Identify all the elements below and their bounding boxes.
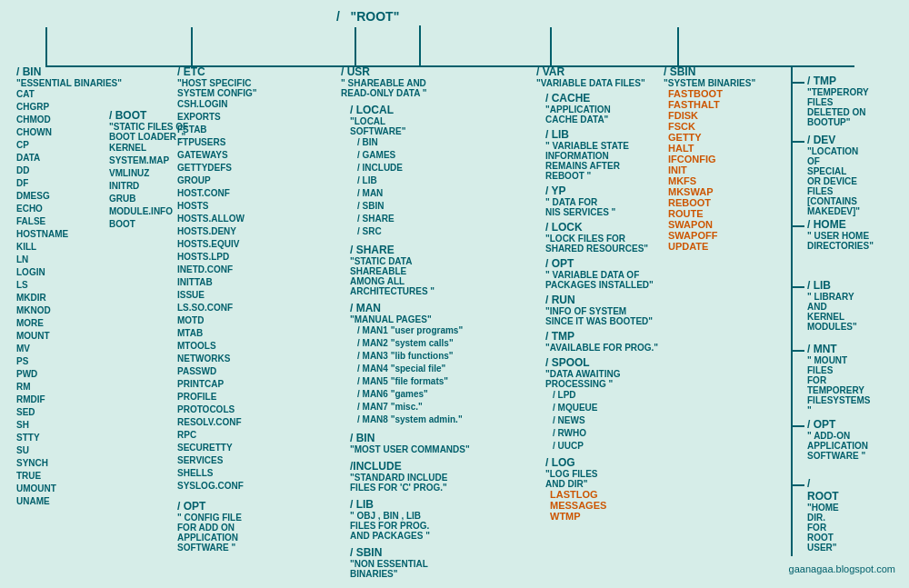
var-yp-name: / YP xyxy=(545,184,658,197)
usr-include-desc: "STANDARD INCLUDEFILES FOR 'C' PROG." xyxy=(350,473,470,493)
sbin-file-list: FASTBOOTFASTHALTFDISKFSCKGETTYHALTIFCONF… xyxy=(668,88,755,252)
usr-lib-desc: " OBJ , BIN , LIBFILES FOR PROG.AND PACK… xyxy=(350,511,470,541)
dev-dir-name: / DEV xyxy=(807,134,860,146)
opt-branch: / OPT " ADD-ON APPLICATIONSOFTWARE " xyxy=(791,418,868,461)
var-log-desc: "LOG FILESAND DIR" xyxy=(545,469,658,489)
home-dir-desc: " USER HOMEDIRECTORIES" xyxy=(807,231,874,251)
root-dir-name: / ROOT xyxy=(807,477,839,503)
usr-sbin-desc: "NON ESSENTIALBINARIES" xyxy=(350,559,470,579)
var-spool-desc: "DATA AWAITINGPROCESSING " xyxy=(545,369,658,389)
root-h-connector xyxy=(791,484,804,486)
etc-opt-name: / OPT xyxy=(177,500,257,513)
var-dir-desc: "VARIABLE DATA FILES" xyxy=(536,78,658,88)
lib-h-connector xyxy=(791,286,804,288)
root-node: / "ROOT" xyxy=(336,9,399,24)
usr-bin-name: / BIN xyxy=(350,432,470,444)
lib-dir-desc: " LIBRARY ANDKERNEL MODULES" xyxy=(807,292,857,332)
var-run-name: / RUN xyxy=(545,294,658,306)
mnt-branch: / MNT " MOUNT FILESFOR TEMPORERYFILESYST… xyxy=(791,343,870,415)
var-section: / VAR "VARIABLE DATA FILES" / CACHE "APP… xyxy=(536,27,658,522)
sbin-dir-desc: "SYSTEM BINARIES" xyxy=(664,78,755,88)
root-branch: / ROOT "HOME DIR. FORROOT USER" xyxy=(791,477,839,553)
etc-dir-desc: "HOST SPECIFICSYSTEM CONFIG" xyxy=(177,78,257,98)
usr-include-name: /INCLUDE xyxy=(350,460,470,473)
var-v-connector xyxy=(550,27,552,66)
sbin-v-connector xyxy=(677,27,679,66)
var-opt-name: / OPT xyxy=(545,257,658,270)
usr-dir-desc: " SHAREABLE ANDREAD-ONLY DATA " xyxy=(341,78,470,98)
usr-lib-name: / LIB xyxy=(350,498,470,511)
opt-dir-name: / OPT xyxy=(807,418,868,431)
var-lock-desc: "LOCK FILES FORSHARED RESOURCES" xyxy=(545,234,658,254)
var-lock-name: / LOCK xyxy=(545,221,658,234)
etc-section: / ETC "HOST SPECIFICSYSTEM CONFIG" CSH.L… xyxy=(177,27,257,553)
lib-dir-name: / LIB xyxy=(807,279,857,292)
home-h-connector xyxy=(791,225,804,227)
usr-share-desc: "STATIC DATASHAREABLEAMONG ALLARCHITECTU… xyxy=(350,256,470,296)
lib-branch: / LIB " LIBRARY ANDKERNEL MODULES" xyxy=(791,279,857,332)
var-cache-name: / CACHE xyxy=(545,92,658,105)
var-dir-name: / VAR xyxy=(536,65,658,78)
usr-local-subdirs: / BIN/ GAMES/ INCLUDE/ LIB/ MAN/ SBIN/ S… xyxy=(357,136,470,238)
usr-man-subdirs: / MAN1 "user programs"/ MAN2 "system cal… xyxy=(357,324,470,426)
usr-man-desc: "MANUAL PAGES" xyxy=(350,314,470,324)
tmp-dir-desc: "TEMPERORY FILESDELETED ON BOOTUP" xyxy=(807,87,869,127)
dev-dir-desc: "LOCATION OF SPECIALOR DEVICE FILES[CONT… xyxy=(807,146,860,216)
mnt-dir-desc: " MOUNT FILESFOR TEMPORERYFILESYSTEMS " xyxy=(807,355,870,415)
dev-h-connector xyxy=(791,141,804,143)
mnt-dir-name: / MNT xyxy=(807,343,870,355)
usr-section: / USR " SHAREABLE ANDREAD-ONLY DATA " / … xyxy=(341,27,470,579)
dev-branch: / DEV "LOCATION OF SPECIALOR DEVICE FILE… xyxy=(791,134,860,216)
var-tmp-name: / TMP xyxy=(545,330,658,343)
var-opt-desc: " VARIABLE DATA OFPACKAGES INSTALLED" xyxy=(545,270,658,290)
usr-local-name: / LOCAL xyxy=(350,104,470,116)
usr-local-desc: "LOCALSOFTWARE" xyxy=(350,116,470,136)
tmp-h-connector xyxy=(791,82,804,84)
var-lib-desc: " VARIABLE STATEINFORMATIONREMAINS AFTER… xyxy=(545,141,658,181)
usr-dir-name: / USR xyxy=(341,65,470,78)
var-lib-name: / LIB xyxy=(545,128,658,141)
var-spool-subdirs: / LPD/ MQUEUE/ NEWS/ RWHO/ UUCP xyxy=(553,389,658,453)
home-branch: / HOME " USER HOMEDIRECTORIES" xyxy=(791,218,874,251)
sbin-dir-name: / SBIN xyxy=(664,65,755,78)
bin-section: / BIN "ESSENTIAL BINARIES" CATCHGRPCHMOD… xyxy=(16,27,122,508)
usr-v-connector xyxy=(355,27,356,66)
opt-dir-desc: " ADD-ON APPLICATIONSOFTWARE " xyxy=(807,431,868,461)
mnt-h-connector xyxy=(791,350,804,352)
var-log-name: / LOG xyxy=(545,456,658,469)
watermark: gaanagaa.blogspot.com xyxy=(789,563,895,574)
var-tmp-desc: "AVAILABLE FOR PROG." xyxy=(545,343,658,353)
bin-dir-name: / BIN xyxy=(16,65,122,78)
etc-file-list: CSH.LOGINEXPORTSFSTABFTPUSERSGATEWAYSGET… xyxy=(177,98,257,493)
sbin-section: / SBIN "SYSTEM BINARIES" FASTBOOTFASTHAL… xyxy=(664,27,755,252)
usr-bin-desc: "MOST USER COMMANDS" xyxy=(350,444,470,454)
etc-dir-name: / ETC xyxy=(177,65,257,78)
var-spool-name: / SPOOL xyxy=(545,356,658,369)
var-yp-desc: " DATA FORNIS SERVICES " xyxy=(545,197,658,217)
bin-file-list: CATCHGRPCHMODCHOWNCPDATADDDFDMESGECHOFAL… xyxy=(16,88,122,508)
bin-v-connector xyxy=(45,27,47,66)
root-dir-desc: "HOME DIR. FORROOT USER" xyxy=(807,503,839,553)
var-log-files: LASTLOG MESSAGES WTMP xyxy=(550,489,658,522)
bin-dir-desc: "ESSENTIAL BINARIES" xyxy=(16,78,122,88)
tmp-branch: / TMP "TEMPERORY FILESDELETED ON BOOTUP" xyxy=(791,75,869,127)
usr-sbin-name: / SBIN xyxy=(350,546,470,559)
home-dir-name: / HOME xyxy=(807,218,874,231)
usr-man-name: / MAN xyxy=(350,302,470,314)
usr-share-name: / SHARE xyxy=(350,244,470,256)
etc-v-connector xyxy=(191,27,193,66)
opt-h-connector xyxy=(791,425,804,427)
var-run-desc: "INFO OF SYSTEMSINCE IT WAS BOOTED" xyxy=(545,306,658,326)
tmp-dir-name: / TMP xyxy=(807,75,869,87)
var-cache-desc: "APPLICATIONCACHE DATA" xyxy=(545,105,658,125)
etc-opt-desc: " CONFIG FILEFOR ADD ONAPPLICATIONSOFTWA… xyxy=(177,513,257,553)
